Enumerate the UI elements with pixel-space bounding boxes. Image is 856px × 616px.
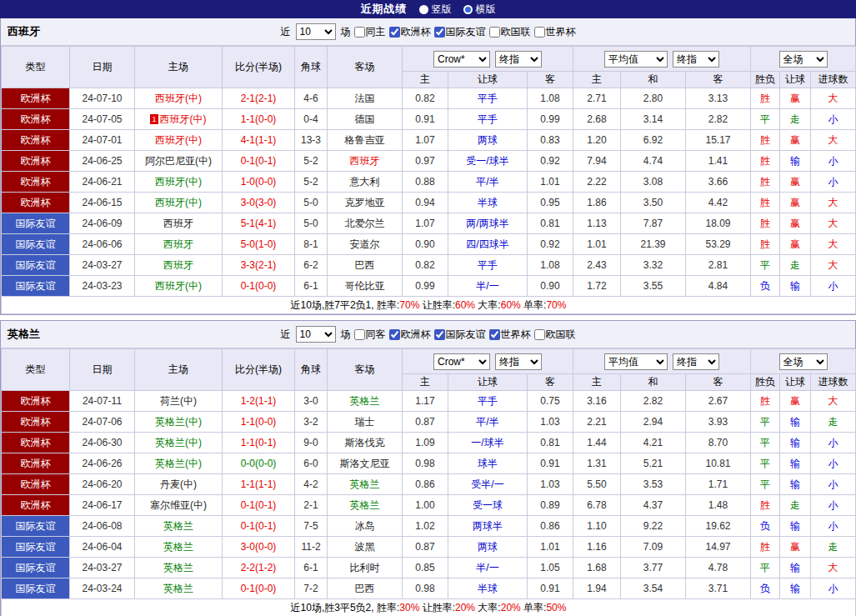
filter-checkbox-世界杯[interactable]: 世界杯 [489,328,531,342]
match-date: 24-06-15 [70,193,135,213]
col-header-比分(半场): 比分(半场) [223,47,295,88]
team-section: 西班牙近10场同主欧洲杯国际友谊欧国联世界杯类型日期主场比分(半场)角球客场Cr… [0,18,856,315]
corner-stat: 4-6 [295,88,328,109]
summary-stat-value: 50% [546,602,566,613]
result-scope-group: 全场 [751,349,856,374]
away-team: 英格兰 [328,391,403,412]
scope-select[interactable]: 全场 [779,353,828,370]
odds-time-select[interactable]: 终指 [495,353,542,370]
checkbox-icon[interactable] [354,329,365,340]
scope-select[interactable]: 全场 [779,51,828,68]
match-date: 24-03-27 [70,255,135,276]
odds-home: 0.98 [403,453,448,474]
average-select[interactable]: 平均值 [604,51,668,68]
table-row: 国际友谊24-06-08英格兰0-1(0-1)7-5冰岛1.02两球半0.861… [2,516,856,537]
checkbox-icon[interactable] [534,27,545,38]
checkbox-icon[interactable] [489,329,500,340]
avg-away: 2.81 [686,255,751,276]
section-header: 西班牙近10场同主欧洲杯国际友谊欧国联世界杯 [1,18,855,46]
filter-checkbox-欧洲杯[interactable]: 欧洲杯 [389,25,431,39]
odds-away: 0.91 [528,453,573,474]
checkbox-icon[interactable] [434,329,445,340]
home-team: 塞尔维亚(中) [135,495,223,516]
result-handicap: 输 [780,433,811,453]
layout-radio-vertical[interactable]: 竖版 [419,3,452,17]
match-score: 1-1(0-1) [223,433,295,453]
match-score: 5-1(4-1) [223,213,295,234]
match-score: 0-1(0-1) [223,495,295,516]
checkbox-label: 欧洲杯 [401,328,431,342]
odds-source-group: Crow*终指 [403,349,573,374]
average-select[interactable]: 平均值 [604,353,668,370]
filter-checkbox-同主[interactable]: 同主 [354,25,386,39]
summary-stat-label: 胜率: [374,299,400,311]
checkbox-icon[interactable] [354,27,365,38]
match-type: 欧洲杯 [2,130,70,151]
avg-draw: 2.82 [621,391,686,412]
odds-home: 0.86 [403,474,448,495]
odds-away: 0.99 [528,109,573,130]
match-count-select[interactable]: 10 [296,326,336,343]
filter-checkbox-世界杯[interactable]: 世界杯 [534,25,576,39]
match-type: 欧洲杯 [2,391,70,412]
home-team: 阿尔巴尼亚(中) [135,151,223,172]
handicap-line: 平手 [448,88,528,109]
avg-time-select[interactable]: 终指 [673,51,719,68]
match-type: 国际友谊 [2,537,70,558]
checkbox-icon[interactable] [534,329,545,340]
result-winloss: 负 [751,516,780,537]
table-row: 国际友谊24-03-27英格兰2-2(1-2)6-1比利时0.85半/一1.05… [2,558,856,578]
corner-stat: 9-0 [295,433,328,453]
result-handicap: 输 [780,516,811,537]
match-score: 0-1(0-0) [223,276,295,297]
bookmaker-select[interactable]: Crow* [433,353,490,370]
filter-checkbox-国际友谊[interactable]: 国际友谊 [434,25,486,39]
match-date: 24-06-04 [70,537,135,558]
filter-checkbox-欧国联[interactable]: 欧国联 [534,328,576,342]
match-count-select[interactable]: 10 [296,23,336,40]
odds-home: 0.82 [403,88,448,109]
result-goals: 小 [811,474,856,495]
average-odds-group: 平均值终指 [573,349,751,374]
result-winloss: 平 [751,453,780,474]
table-row: 欧洲杯24-07-06英格兰(中)1-1(0-0)3-2瑞士0.87平/半1.0… [2,412,856,433]
checkbox-label: 欧国联 [546,328,576,342]
avg-away: 1.48 [686,495,751,516]
away-team: 英格兰 [328,495,403,516]
odds-time-select[interactable]: 终指 [495,51,542,68]
checkbox-icon[interactable] [434,27,445,38]
match-date: 24-07-05 [70,109,135,130]
handicap-line: 半球 [448,193,528,213]
table-row: 欧洲杯24-06-17塞尔维亚(中)0-1(0-1)2-1英格兰1.00受一球0… [2,495,856,516]
result-winloss: 胜 [751,234,780,255]
summary-stat-label: 大率: [475,602,501,613]
avg-time-select[interactable]: 终指 [673,353,719,370]
match-date: 24-07-06 [70,412,135,433]
result-goals: 大 [811,193,856,213]
bookmaker-select[interactable]: Crow* [433,51,490,68]
home-team: 英格兰 [135,578,223,599]
checkbox-icon[interactable] [389,27,400,38]
match-type: 欧洲杯 [2,495,70,516]
filter-matches-label: 场 [341,25,351,39]
layout-radio-horizontal[interactable]: 横版 [463,3,496,17]
checkbox-icon[interactable] [389,329,400,340]
corner-stat: 2-1 [295,495,328,516]
handicap-line: 半/一 [448,276,528,297]
corner-stat: 5-2 [295,172,328,193]
filter-checkbox-欧国联[interactable]: 欧国联 [489,25,531,39]
filter-near-label: 近 [281,328,291,342]
odds-away: 1.01 [528,172,573,193]
result-handicap: 赢 [780,391,811,412]
checkbox-icon[interactable] [489,27,500,38]
away-team: 德国 [328,109,403,130]
avg-draw: 2.80 [621,88,686,109]
filter-checkbox-同客[interactable]: 同客 [354,328,386,342]
filter-checkbox-欧洲杯[interactable]: 欧洲杯 [389,328,431,342]
avg-draw: 6.92 [621,130,686,151]
away-team: 巴西 [328,578,403,599]
filter-checkbox-国际友谊[interactable]: 国际友谊 [434,328,486,342]
home-team-name: 英格兰(中) [155,437,202,448]
home-team: 丹麦(中) [135,474,223,495]
away-team: 斯洛伐克 [328,433,403,453]
